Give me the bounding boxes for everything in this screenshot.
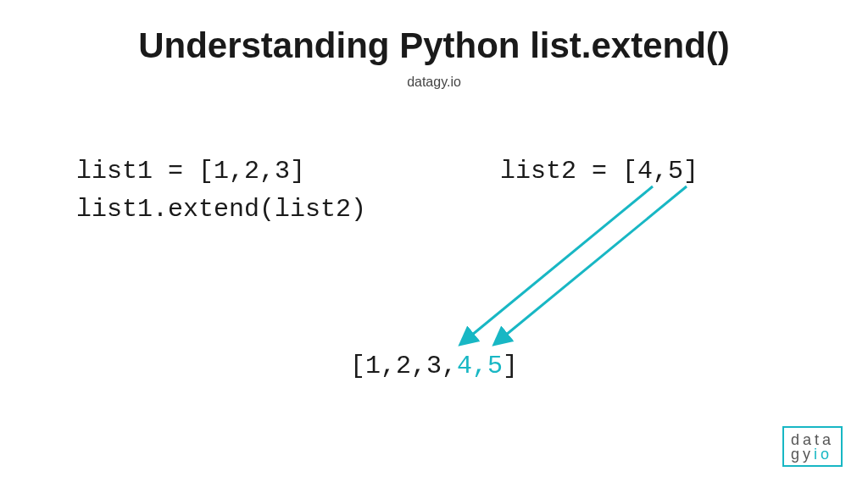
code-extend-call: list1.extend(list2) xyxy=(76,195,366,224)
result-highlight: 4,5 xyxy=(457,352,503,380)
svg-line-1 xyxy=(462,186,653,343)
logo-line2: gyio xyxy=(791,447,834,462)
datagy-logo: data gyio xyxy=(782,426,843,467)
result-prefix: [1,2,3, xyxy=(350,352,457,380)
result-suffix: ] xyxy=(503,352,518,380)
code-list2-assign: list2 = [4,5] xyxy=(500,157,698,186)
page-title: Understanding Python list.extend() xyxy=(0,25,868,66)
result-list: [1,2,3,4,5] xyxy=(0,352,868,380)
arrow-diagram xyxy=(0,0,868,488)
svg-line-2 xyxy=(496,186,687,343)
code-list1-assign: list1 = [1,2,3] xyxy=(76,157,305,186)
page-subtitle: datagy.io xyxy=(0,75,868,90)
